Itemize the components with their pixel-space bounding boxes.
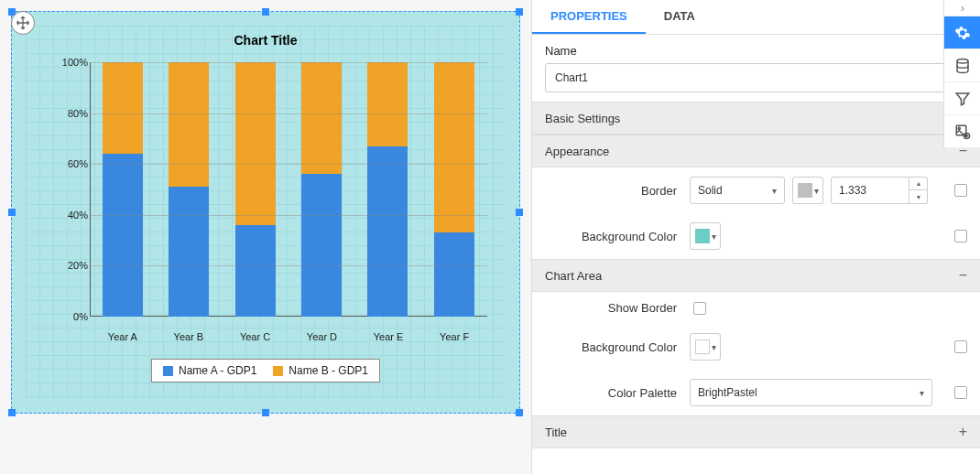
bar-series-b: [235, 62, 276, 225]
bar-group: [367, 62, 408, 317]
resize-handle[interactable]: [8, 409, 16, 416]
legend-label: Name B - GDP1: [289, 364, 368, 377]
color-palette-select[interactable]: BrightPastel ▾: [690, 379, 932, 406]
border-row: Border Solid ▾ ▾ 1.333 ▴ ▾: [532, 167, 980, 213]
name-label: Name: [532, 35, 980, 63]
chartarea-background-picker[interactable]: ▾: [690, 333, 721, 361]
y-axis: [51, 62, 88, 317]
stepper-up-icon[interactable]: ▴: [909, 178, 927, 190]
x-label: Year C: [240, 331, 270, 342]
resize-handle[interactable]: [516, 8, 523, 16]
chevron-down-icon: ▾: [712, 342, 716, 352]
bar-series-a: [434, 232, 474, 317]
show-border-label: Show Border: [545, 301, 682, 315]
chart-selection[interactable]: Chart Title Year AYear BYear CYear DYear…: [11, 11, 520, 414]
plus-icon: +: [959, 424, 967, 440]
resize-handle[interactable]: [262, 8, 269, 16]
y-tick: 20%: [51, 260, 88, 271]
section-chart-area[interactable]: Chart Area −: [532, 259, 980, 292]
bar-series-b: [434, 62, 474, 232]
chevron-down-icon: ▾: [772, 186, 777, 196]
name-input[interactable]: [545, 63, 967, 92]
background-label: Background Color: [545, 230, 682, 243]
chevron-down-icon: ▾: [814, 186, 819, 196]
palette-expression-checkbox[interactable]: [954, 386, 967, 399]
section-title: Title: [545, 426, 567, 439]
resize-handle[interactable]: [516, 209, 523, 216]
canvas-area[interactable]: Chart Title Year AYear BYear CYear DYear…: [0, 0, 531, 474]
resize-handle[interactable]: [262, 409, 269, 416]
tool-properties-gear-icon[interactable]: [944, 16, 980, 49]
x-label: Year A: [108, 331, 137, 342]
chartarea-background-row: Background Color ▾: [532, 324, 980, 370]
x-label: Year D: [307, 331, 337, 342]
move-handle-icon[interactable]: [11, 11, 35, 35]
section-appearance[interactable]: Appearance −: [532, 135, 980, 167]
tab-properties[interactable]: PROPERTIES: [532, 0, 646, 34]
section-title: Basic Settings: [545, 112, 620, 125]
border-expression-checkbox[interactable]: [954, 184, 967, 197]
section-title-header[interactable]: Title +: [532, 415, 980, 448]
show-border-checkbox[interactable]: [693, 302, 706, 315]
chevron-down-icon: ▾: [920, 388, 924, 398]
border-style-select[interactable]: Solid ▾: [690, 177, 785, 204]
minus-icon: −: [959, 267, 967, 284]
resize-handle[interactable]: [8, 209, 16, 216]
gridline: [90, 62, 487, 63]
chartarea-background-label: Background Color: [545, 340, 682, 354]
bar-series-b: [367, 62, 408, 146]
x-axis-labels: Year AYear BYear CYear DYear EYear F: [90, 331, 487, 342]
bar-group: [169, 62, 209, 317]
background-row: Background Color ▾: [532, 213, 980, 259]
y-tick: 0%: [51, 311, 88, 322]
x-label: Year F: [440, 331, 469, 342]
legend: Name A - GDP1 Name B - GDP1: [151, 359, 380, 382]
bar-series-b: [103, 62, 143, 154]
bar-series-a: [367, 146, 408, 317]
bar-series-a: [169, 187, 209, 317]
section-title: Appearance: [545, 145, 609, 158]
right-tool-strip: ›: [943, 0, 980, 148]
x-label: Year B: [174, 331, 204, 342]
background-expression-checkbox[interactable]: [954, 230, 967, 242]
y-tick: 80%: [51, 108, 88, 119]
background-color-picker[interactable]: ▾: [690, 222, 721, 250]
gridline: [90, 164, 487, 165]
bar-series-a: [103, 154, 143, 317]
border-width-value[interactable]: 1.333: [831, 177, 909, 204]
chart-box: Chart Title Year AYear BYear CYear DYear…: [26, 26, 506, 399]
x-label: Year E: [374, 331, 404, 342]
tool-data-icon[interactable]: [944, 49, 980, 82]
plot-area: [90, 62, 487, 317]
bar-group: [301, 62, 342, 317]
border-label: Border: [545, 184, 682, 198]
bar-series-b: [301, 62, 342, 174]
gridline: [90, 265, 487, 266]
y-tick: 40%: [51, 210, 88, 221]
y-tick: 100%: [51, 57, 88, 68]
gridline: [90, 215, 487, 216]
legend-item: Name B - GDP1: [273, 364, 368, 377]
tool-image-settings-icon[interactable]: [944, 115, 980, 148]
legend-swatch-a: [163, 366, 173, 376]
tool-filter-icon[interactable]: [944, 82, 980, 115]
chevron-down-icon: ▾: [712, 232, 716, 242]
stepper-down-icon[interactable]: ▾: [909, 190, 927, 203]
tab-data[interactable]: DATA: [646, 0, 713, 34]
border-width-stepper[interactable]: 1.333 ▴ ▾: [831, 177, 928, 204]
y-tick: 60%: [51, 158, 88, 169]
legend-label: Name A - GDP1: [179, 364, 256, 377]
resize-handle[interactable]: [516, 409, 523, 416]
section-basic-settings[interactable]: Basic Settings +: [532, 102, 980, 135]
chartarea-background-expression-checkbox[interactable]: [954, 340, 967, 353]
collapse-chevron-icon[interactable]: ›: [944, 0, 980, 16]
bar-group: [103, 62, 143, 317]
svg-point-0: [957, 59, 968, 63]
color-palette-row: Color Palette BrightPastel ▾: [532, 370, 980, 415]
legend-swatch-b: [273, 366, 283, 376]
bar-series-a: [301, 174, 342, 317]
chart-title: Chart Title: [26, 26, 506, 48]
border-color-picker[interactable]: ▾: [792, 177, 823, 204]
bar-series-a: [235, 225, 276, 317]
show-border-row: Show Border: [532, 292, 980, 324]
